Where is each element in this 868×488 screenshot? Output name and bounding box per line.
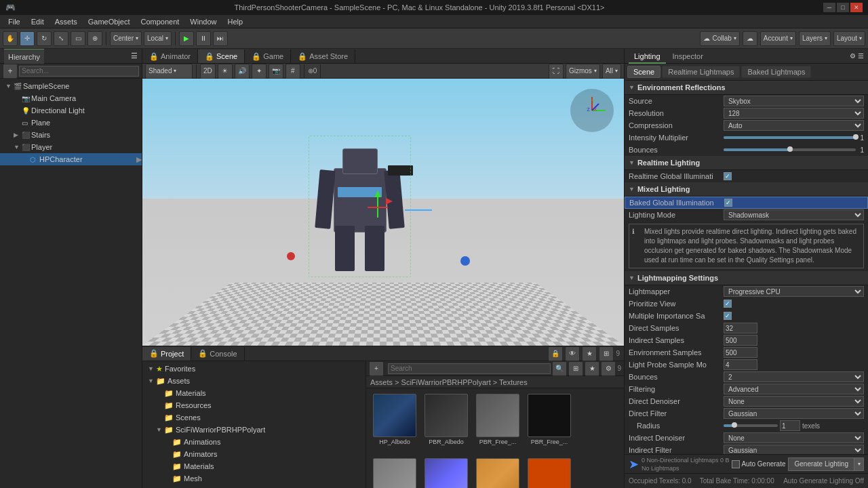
- menu-file[interactable]: File: [3, 15, 26, 28]
- asset-item-pbrfree2[interactable]: PBR_Free_...: [525, 392, 574, 454]
- asset-item-pbralbedo[interactable]: PBR_Albedo: [422, 392, 471, 454]
- pivot-dropdown[interactable]: Center ▾: [110, 31, 142, 46]
- animations-item[interactable]: 📁 Animations: [142, 436, 366, 448]
- tree-item-player[interactable]: ▼ ⬛ Player: [0, 141, 142, 153]
- maximize-button[interactable]: □: [837, 3, 849, 12]
- intensity-slider-thumb[interactable]: [853, 134, 859, 140]
- menu-help[interactable]: Help: [222, 15, 248, 28]
- mixed-lighting-header[interactable]: ▼ Mixed Lighting: [625, 182, 868, 197]
- env-samples-input[interactable]: [724, 347, 757, 358]
- filtering-select[interactable]: Advanced: [724, 384, 864, 394]
- bounces-lm-select[interactable]: 2: [724, 371, 864, 382]
- tab-hierarchy[interactable]: Hierarchy: [4, 49, 44, 64]
- tool-move[interactable]: ✛: [20, 31, 35, 46]
- tab-assetstore[interactable]: 🔒 Asset Store: [291, 49, 355, 63]
- tree-item-stairs[interactable]: ▶ ⬛ Stairs: [0, 129, 142, 141]
- asset-item-pbrfree4[interactable]: PBR_Free_...: [422, 457, 471, 488]
- asset-item-pbrfree1[interactable]: PBR_Free_...: [473, 392, 522, 454]
- tool-rect[interactable]: ▭: [71, 31, 85, 46]
- step-button[interactable]: ⏭: [213, 31, 228, 46]
- fx-button[interactable]: ✦: [252, 64, 267, 79]
- bounces-env-slider[interactable]: [724, 148, 856, 151]
- gizmos-dropdown[interactable]: Gizmos ▾: [566, 64, 600, 79]
- tab-console[interactable]: 🔒 Console: [191, 347, 244, 361]
- tab-game[interactable]: 🔒 Game: [245, 49, 291, 63]
- tab-lighting[interactable]: Lighting: [629, 49, 666, 64]
- layout-dropdown[interactable]: Layout ▾: [833, 31, 865, 46]
- generate-lighting-button[interactable]: Generate Lighting: [788, 458, 854, 471]
- indirect-filter-select[interactable]: Gaussian: [724, 445, 864, 454]
- tab-scene[interactable]: 🔒 Scene: [198, 49, 245, 63]
- grid-bottom-button[interactable]: ⊞: [599, 346, 614, 361]
- audio-button[interactable]: 🔊: [235, 64, 250, 79]
- tab-project[interactable]: 🔒 Project: [142, 347, 191, 361]
- materials2-item[interactable]: 📁 Materials: [142, 460, 366, 472]
- animators-item[interactable]: 📁 Animators: [142, 448, 366, 460]
- direct-denoiser-select[interactable]: None: [724, 396, 864, 407]
- lightmapping-header[interactable]: ▼ Lightmapping Settings: [625, 271, 868, 285]
- scene-camera-button[interactable]: 📷: [269, 64, 283, 79]
- assets-root[interactable]: ▼ 📁 Assets: [142, 375, 366, 387]
- asset-item-polyart[interactable]: Polyart: [473, 457, 522, 488]
- radius-slider[interactable]: [724, 424, 778, 427]
- menu-assets[interactable]: Assets: [50, 15, 83, 28]
- close-button[interactable]: ✕: [850, 3, 863, 12]
- radius-input[interactable]: [780, 420, 800, 431]
- resolution-select[interactable]: 128: [724, 108, 864, 119]
- direct-samples-input[interactable]: [724, 323, 757, 333]
- settings-button[interactable]: ⚙: [601, 361, 616, 376]
- direct-filter-select[interactable]: Gaussian: [724, 408, 864, 419]
- favorites-item[interactable]: ▼ ★ Favorites: [142, 363, 366, 375]
- subtab-scene[interactable]: Scene: [627, 66, 660, 78]
- eye-button[interactable]: 👁: [565, 346, 580, 361]
- asset-item-hpalbedo[interactable]: HP_Albedo: [370, 392, 419, 454]
- materials-item[interactable]: 📁 Materials: [142, 387, 366, 399]
- star-button[interactable]: ★: [582, 346, 597, 361]
- lighting-button[interactable]: ☀: [218, 64, 233, 79]
- grid-view-button[interactable]: ⊞: [568, 361, 583, 376]
- asset-item-pbrfree3[interactable]: PBR_Free_...: [370, 457, 419, 488]
- menu-component[interactable]: Component: [135, 15, 184, 28]
- tab-animator[interactable]: 🔒 Animator: [142, 49, 198, 63]
- compression-select[interactable]: Auto: [724, 120, 864, 131]
- realtime-gi-checkbox[interactable]: [724, 172, 732, 180]
- tool-transform[interactable]: ⊕: [87, 31, 102, 46]
- tree-item-plane[interactable]: ▶ ▭ Plane: [0, 117, 142, 129]
- generate-dropdown-button[interactable]: ▾: [854, 458, 864, 471]
- prioritize-view-checkbox[interactable]: [724, 300, 732, 308]
- indirect-samples-input[interactable]: [724, 335, 757, 346]
- hierarchy-search-input[interactable]: [19, 66, 139, 77]
- menu-gameobject[interactable]: GameObject: [83, 15, 136, 28]
- tree-item-maincamera[interactable]: ▶ 📷 Main Camera: [0, 92, 142, 104]
- prefabs-item[interactable]: 📁 Prefabs: [142, 485, 366, 488]
- subtab-baked[interactable]: Baked Lightmaps: [741, 66, 811, 78]
- asset-item-polyartemis[interactable]: PolyartEmis...: [525, 457, 574, 488]
- play-button[interactable]: ▶: [179, 31, 194, 46]
- collab-dropdown[interactable]: ☁ Collab ▾: [700, 31, 739, 46]
- realtime-lighting-header[interactable]: ▼ Realtime Lighting: [625, 156, 868, 170]
- indirect-denoiser-select[interactable]: None: [724, 432, 864, 443]
- intensity-slider[interactable]: [724, 136, 856, 139]
- lighting-mode-select[interactable]: Shadowmask: [724, 209, 864, 220]
- menu-edit[interactable]: Edit: [26, 15, 50, 28]
- add-hierarchy-button[interactable]: +: [3, 64, 18, 79]
- auto-generate-checkbox[interactable]: [732, 460, 740, 468]
- lock-bottom-button[interactable]: 🔒: [548, 346, 563, 361]
- pause-button[interactable]: ⏸: [196, 31, 211, 46]
- layers-scene-dropdown[interactable]: All ▾: [602, 64, 621, 79]
- space-dropdown[interactable]: Local ▾: [144, 31, 172, 46]
- source-select[interactable]: Skybox: [724, 96, 864, 106]
- scifiwarrior-item[interactable]: ▼ 📁 SciFiWarriorPBRHPPolyart: [142, 424, 366, 436]
- light-probe-input[interactable]: [724, 359, 757, 370]
- lightmapper-select[interactable]: Progressive CPU: [724, 286, 864, 297]
- scene-view[interactable]: X Y Z: [142, 79, 624, 346]
- 2d-button[interactable]: 2D: [200, 64, 216, 79]
- subtab-realtime[interactable]: Realtime Lightmaps: [662, 66, 740, 78]
- scenes-item[interactable]: 📁 Scenes: [142, 411, 366, 424]
- tool-scale[interactable]: ⤡: [54, 31, 68, 46]
- layers-dropdown[interactable]: Layers ▾: [799, 31, 831, 46]
- radius-slider-thumb[interactable]: [732, 422, 737, 428]
- asset-search-input[interactable]: [388, 363, 551, 374]
- env-reflections-header[interactable]: ▼ Environment Reflections: [625, 81, 868, 95]
- tool-rotate[interactable]: ↻: [37, 31, 52, 46]
